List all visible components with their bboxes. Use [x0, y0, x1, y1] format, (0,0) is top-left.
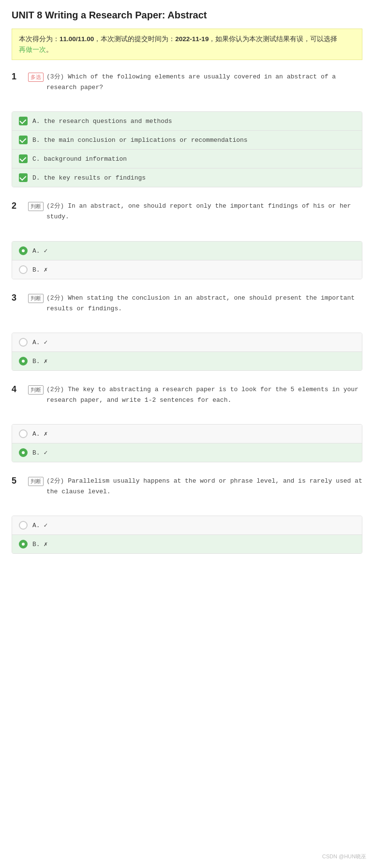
question-1-header: 1多选(3分) Which of the following elements …	[12, 72, 362, 93]
banner-text-after-date: ，如果你认为本次测试结果有误，可以选择	[209, 35, 337, 43]
question-4-option-B[interactable]: B. ✓	[12, 443, 362, 462]
question-3: 3判断(2分) When stating the conclusion in a…	[12, 293, 362, 371]
question-3-text: (2分) When stating the conclusion in an a…	[46, 293, 362, 314]
banner-text-before-date: ，本次测试的提交时间为：	[94, 35, 175, 43]
question-5-option-B-label: B. ✗	[32, 540, 47, 548]
question-1-options: A. the research questions and methodsB. …	[12, 111, 362, 187]
page-title: UNIT 8 Writing a Research Paper: Abstrac…	[12, 10, 362, 21]
redo-link[interactable]: 再做一次	[19, 46, 46, 53]
watermark: CSDN @HUN晓巫	[322, 853, 366, 860]
question-5-type-badge: 判断	[28, 477, 44, 486]
question-5-option-B-radio[interactable]	[19, 540, 28, 548]
question-3-type-badge: 判断	[28, 294, 44, 303]
question-1-option-C-label: C. background information	[32, 155, 127, 163]
question-2-header: 2判断(2分) In an abstract, one should repor…	[12, 201, 362, 222]
question-5-number: 5	[12, 476, 25, 486]
question-2-option-A-label: A. ✓	[32, 247, 47, 255]
question-5-option-A-label: A. ✓	[32, 521, 47, 529]
question-4-option-B-radio[interactable]	[19, 448, 28, 457]
question-2: 2判断(2分) In an abstract, one should repor…	[12, 201, 362, 279]
question-4-option-A-label: A. ✗	[32, 430, 47, 438]
question-3-header: 3判断(2分) When stating the conclusion in a…	[12, 293, 362, 314]
question-4-option-A[interactable]: A. ✗	[12, 425, 362, 443]
question-4-option-B-label: B. ✓	[32, 449, 47, 457]
question-1-option-D-checkbox[interactable]	[19, 173, 28, 182]
question-2-number: 2	[12, 201, 25, 211]
banner-text-end: 。	[46, 46, 53, 53]
question-3-number: 3	[12, 293, 25, 303]
question-2-option-A[interactable]: A. ✓	[12, 242, 362, 260]
question-1-option-B[interactable]: B. the main conclusion or implications o…	[12, 131, 362, 150]
question-5: 5判断(2分) Parallelism usually happens at t…	[12, 476, 362, 554]
question-1-number: 1	[12, 72, 25, 82]
question-1-option-D-label: D. the key results or findings	[32, 174, 146, 182]
question-2-option-B-label: B. ✗	[32, 266, 47, 274]
question-1-option-A-checkbox[interactable]	[19, 117, 28, 125]
question-4-options: A. ✗B. ✓	[12, 424, 362, 462]
question-5-header: 5判断(2分) Parallelism usually happens at t…	[12, 476, 362, 497]
banner-date: 2022-11-19	[175, 35, 209, 43]
question-1-option-B-checkbox[interactable]	[19, 136, 28, 144]
question-4: 4判断(2分) The key to abstracting a researc…	[12, 384, 362, 462]
question-1-option-A-label: A. the research questions and methods	[32, 118, 172, 125]
question-4-text: (2分) The key to abstracting a research p…	[46, 384, 362, 406]
question-2-text: (2分) In an abstract, one should report o…	[46, 201, 362, 222]
question-5-option-B[interactable]: B. ✗	[12, 535, 362, 553]
question-5-options: A. ✓B. ✗	[12, 516, 362, 554]
question-1-type-badge: 多选	[28, 73, 44, 82]
question-3-options: A. ✓B. ✗	[12, 333, 362, 371]
question-2-type-badge: 判断	[28, 202, 44, 211]
question-1: 1多选(3分) Which of the following elements …	[12, 72, 362, 187]
question-2-option-B[interactable]: B. ✗	[12, 260, 362, 279]
score-banner: 本次得分为：11.00/11.00，本次测试的提交时间为：2022-11-19，…	[12, 29, 362, 60]
question-4-header: 4判断(2分) The key to abstracting a researc…	[12, 384, 362, 406]
question-5-text: (2分) Parallelism usually happens at the …	[46, 476, 362, 497]
question-1-option-D[interactable]: D. the key results or findings	[12, 168, 362, 187]
question-1-option-B-label: B. the main conclusion or implications o…	[32, 137, 248, 144]
question-3-option-B[interactable]: B. ✗	[12, 352, 362, 370]
question-1-option-C-checkbox[interactable]	[19, 154, 28, 163]
question-5-option-A[interactable]: A. ✓	[12, 516, 362, 535]
question-1-text: (3分) Which of the following elements are…	[46, 72, 362, 93]
question-2-option-A-radio[interactable]	[19, 246, 28, 255]
question-4-type-badge: 判断	[28, 385, 44, 395]
question-4-option-A-radio[interactable]	[19, 429, 28, 438]
question-1-option-A[interactable]: A. the research questions and methods	[12, 112, 362, 131]
question-3-option-A[interactable]: A. ✓	[12, 333, 362, 352]
question-3-option-B-label: B. ✗	[32, 357, 47, 365]
question-2-options: A. ✓B. ✗	[12, 241, 362, 279]
banner-score: 11.00/11.00	[60, 35, 94, 43]
question-2-option-B-radio[interactable]	[19, 265, 28, 274]
question-5-option-A-radio[interactable]	[19, 521, 28, 530]
banner-text-before-score: 本次得分为：	[19, 35, 60, 43]
question-3-option-B-radio[interactable]	[19, 357, 28, 365]
question-1-option-C[interactable]: C. background information	[12, 150, 362, 168]
question-4-number: 4	[12, 384, 25, 395]
question-3-option-A-radio[interactable]	[19, 338, 28, 347]
question-3-option-A-label: A. ✓	[32, 338, 47, 346]
